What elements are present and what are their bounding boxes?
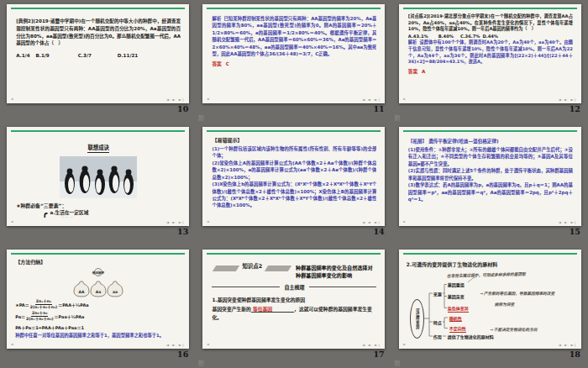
- fraction: 2n₃＋n₂2(n₁＋n₂＋n₃): [26, 311, 53, 321]
- page-number: 16: [177, 350, 188, 359]
- nav-next-icon: ►: [172, 97, 176, 102]
- page-number: 10: [177, 104, 188, 113]
- slide-corner-mark: ▪: [403, 220, 406, 223]
- extension-paragraph-1: (1)使用条件：①种群非常大；②所有的雌雄个体间都能自由交配并产生后代；③没有迁…: [408, 146, 573, 167]
- watermark-text: 阶: [395, 359, 401, 367]
- item-gene-recombination: 基因重组: [448, 281, 465, 287]
- slide-cell-16[interactable]: 【方法归纳】 基因频率 AA Aa aa ★PA＝ 2n₁＋n₂2(n₁＋n₂: [0, 245, 196, 368]
- slide-top-rule: [11, 8, 185, 9]
- slide-cell-10[interactable]: [典例2](2019·诸暨中学期中)在一个随机交配的中等大小的种群中，经调查发现…: [0, 0, 196, 123]
- slide-nav-icons: ◄ ► ►|: [166, 221, 185, 224]
- watermark-text: 阶: [198, 113, 204, 122]
- answer-value: A: [422, 69, 425, 74]
- three-elements-group: 三个要素 { a.生活在一定区域 b.同种生物 c.全部个体: [19, 209, 181, 218]
- nav-last-icon: ►|: [570, 220, 576, 224]
- element-list: a.生活在一定区域 b.同种生物 c.全部个体: [50, 209, 89, 218]
- slide-top-rule: [207, 130, 381, 132]
- slide-15[interactable]: 【拓展】 遗传平衡定律(哈迪—温伯格定律) (1)使用条件：①种群非常大；②所有…: [399, 127, 581, 226]
- bag-label-aa-het: Aa: [95, 290, 101, 294]
- nav-prev-icon: ◄: [166, 97, 171, 102]
- slide-corner-mark: ▪: [403, 97, 406, 101]
- nav-last-icon: ►|: [570, 343, 576, 347]
- slide-10[interactable]: [典例2](2019·诸暨中学期中)在一个随机交配的中等大小的种群中，经调查发现…: [7, 4, 189, 103]
- trait-non-directional: 不定向性: [449, 325, 466, 333]
- extension-paragraph-3: (3)数学表达式：若A的基因频率为p，a的基因频率为q，且p＋q＝1；则AA的基…: [408, 181, 573, 202]
- option-c: C.3/7: [78, 53, 92, 58]
- slide-cell-11[interactable]: 解析已知某种群控制某性状的基因型只有两种：AA基因型的频率为20%，Aa基因型的…: [196, 0, 391, 123]
- heritable-variation-oval: 可遗传变异: [410, 299, 424, 339]
- slide-18[interactable]: 2.可遗传的变异提供了生物进化的原材料 在有性生殖过程中，可形成多种多样的基因型…: [399, 250, 581, 349]
- options-row: A.1/4 B.1/9 C.3/7 D.11/21: [16, 53, 181, 58]
- nav-prev-icon: ◄: [559, 343, 563, 347]
- watermark-text: 阶: [395, 113, 401, 122]
- slide-16[interactable]: 【方法归纳】 基因频率 AA Aa aa ★PA＝ 2n₁＋n₂2(n₁＋n₂: [7, 250, 189, 349]
- cartoon-label: 基因频率: [91, 271, 104, 275]
- analysis-label: 解析: [212, 16, 221, 21]
- nav-prev-icon: ◄: [559, 220, 563, 224]
- handwritten-note-role: →不能决定生物进化的方向: [490, 327, 538, 332]
- option-c: C.36.7%: [460, 34, 480, 39]
- nav-next-icon: ►: [172, 220, 176, 224]
- formula-1: ★PA＝ 2n₁＋n₂2(n₁＋n₂＋n₃) ＝PAA＋½PAa: [15, 299, 181, 309]
- element-item: b.同种生物: [50, 217, 89, 218]
- knowledge-point-title: 种群基因频率的变化及自然选择对种群基因频率变化的影响: [296, 264, 376, 280]
- slide-corner-mark: ▪: [207, 220, 209, 223]
- slide-12[interactable]: [对点练2](2019·湖北部分重点中学期末)在一个随机交配的种群中，调查发现A…: [399, 4, 581, 103]
- key-point-line: ★种群必备“三要素”：: [16, 202, 181, 209]
- watermark-text: 阶: [198, 359, 204, 367]
- page-number: 11: [373, 104, 384, 113]
- nav-last-icon: ►|: [375, 97, 381, 102]
- slide-17[interactable]: 知识点2 种群基因频率的变化及自然选择对种群基因频率变化的影响 自主梳理 1.基…: [202, 250, 385, 349]
- branch-trait-label: 特点: [433, 319, 442, 325]
- slide-cell-13[interactable]: 联想成诀 ★种群必备“三要素”： 三个要素 {: [0, 123, 196, 245]
- fraction: 2n₁＋n₂2(n₁＋n₂＋n₃): [30, 299, 57, 309]
- nav-last-icon: ►|: [375, 343, 381, 347]
- nav-last-icon: ►|: [179, 97, 185, 102]
- method-note: 种群中任意一对等位基因的基因频率之和等于1，基因型频率之和也等于1。: [15, 333, 181, 339]
- slide-nav-icons: ◄ ► ►|: [362, 344, 381, 347]
- nav-next-icon: ►: [564, 97, 569, 102]
- slide-top-rule: [403, 130, 577, 132]
- extension-paragraph-2: (2)实质与性质：同时满足上述5个条件的种群，处于遗传平衡状态，其种群基因频率和…: [408, 167, 573, 181]
- analysis-label: 解析: [408, 39, 417, 45]
- question-text: [对点练2](2019·湖北部分重点中学期末)在一个随机交配的种群中，调查发现A…: [408, 13, 573, 33]
- knowledge-point-header: 知识点2 种群基因频率的变化及自然选择对种群基因频率变化的影响: [212, 264, 376, 280]
- section-divider: 自主梳理: [212, 287, 376, 287]
- slide-11[interactable]: 解析已知某种群控制某性状的基因型只有两种：AA基因型的频率为20%，Aa基因型的…: [202, 4, 385, 103]
- nav-next-icon: ►: [369, 220, 373, 224]
- slide-cell-12[interactable]: [对点练2](2019·湖北部分重点中学期末)在一个随机交配的种群中，调查发现A…: [392, 0, 588, 123]
- parallelogram-decoration: [265, 265, 291, 271]
- slide-13[interactable]: 联想成诀 ★种群必备“三要素”： 三个要素 {: [7, 127, 189, 226]
- slide-nav-icons: ◄ ► ►|: [559, 344, 577, 347]
- slide-cell-14[interactable]: 【易错提示】 (1)一个种群包括该区域内该种生物的所有属性(所有性别、所有年龄等…: [196, 123, 391, 245]
- brace-label: 三个要素: [19, 217, 39, 218]
- answer-label: 答案: [408, 69, 417, 74]
- slide-corner-mark: ▪: [207, 343, 209, 346]
- section-label: 自主梳理: [280, 283, 308, 291]
- arrow-right-icon: →: [490, 328, 493, 332]
- slide-cell-15[interactable]: 【拓展】 遗传平衡定律(哈迪—温伯格定律) (1)使用条件：①种群非常大；②所有…: [392, 123, 588, 245]
- page-number: 18: [570, 350, 580, 359]
- page-number: 12: [570, 104, 580, 113]
- nav-last-icon: ►|: [179, 220, 185, 224]
- slide-top-rule: [11, 253, 185, 255]
- slide-cell-18[interactable]: 2.可遗传的变异提供了生物进化的原材料 在有性生殖过程中，可形成多种多样的基因型…: [392, 245, 588, 368]
- slide-nav-icons: ◄ ► ►|: [166, 98, 185, 102]
- slide-14[interactable]: 【易错提示】 (1)一个种群包括该区域内该种生物的所有属性(所有性别、所有年龄等…: [202, 127, 385, 226]
- slide-corner-mark: ▪: [11, 97, 13, 101]
- tip-paragraph-3: (3)X染色体上b的基因频率计算公式为：(XᵇXᵇ个体数×2＋XᴮXᵇ个体数＋X…: [212, 181, 376, 209]
- analysis-text: 解析设群体中有100个个体，则调查时AA为20个，Aa为40个，aa为40个。由…: [408, 39, 573, 66]
- slide-sorter-grid: [典例2](2019·诸暨中学期中)在一个随机交配的中等大小的种群中，经调查发现…: [0, 0, 588, 368]
- tip-header: 【易错提示】: [212, 136, 376, 144]
- nav-prev-icon: ◄: [166, 220, 171, 224]
- slide-title: 2.可遗传的变异提供了生物进化的原材料: [407, 260, 497, 268]
- option-d: D.44%: [482, 34, 498, 39]
- brace-glyph: {: [40, 209, 50, 218]
- item-gene-mutation: 基因突变: [448, 293, 465, 299]
- formula-2: Pa＝ 2n₃＋n₂2(n₁＋n₂＋n₃) ＝Paa＋½PAa: [15, 311, 181, 321]
- question-text: [典例2](2019·诸暨中学期中)在一个随机交配的中等大小的种群中，经调查发现…: [16, 18, 181, 47]
- nav-prev-icon: ◄: [559, 97, 563, 102]
- answer-label: 答案: [212, 61, 221, 66]
- slide-cell-17[interactable]: 知识点2 种群基因频率的变化及自然选择对种群基因频率变化的影响 自主梳理 1.基…: [196, 245, 391, 368]
- page-number: 15: [570, 227, 580, 236]
